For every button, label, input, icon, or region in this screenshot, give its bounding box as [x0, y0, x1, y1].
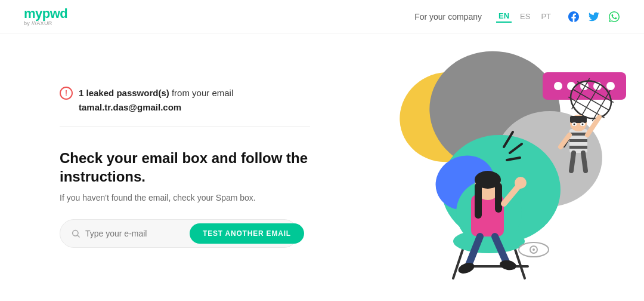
right-panel	[346, 33, 644, 301]
facebook-icon[interactable]	[568, 11, 580, 23]
check-title: Check your email box and follow theinstr…	[60, 149, 310, 186]
lang-en[interactable]: EN	[496, 10, 512, 23]
svg-point-50	[499, 259, 517, 272]
logo-brand: mypwd	[24, 7, 67, 20]
for-company-link[interactable]: For your company	[414, 12, 482, 22]
svg-rect-26	[570, 116, 587, 123]
result-email: tamal.tr.das@gmail.com	[60, 102, 310, 112]
lang-es[interactable]: ES	[518, 11, 532, 22]
svg-line-34	[583, 153, 586, 171]
result-row: ! 1 leaked password(s) from your email	[60, 87, 310, 100]
search-icon	[71, 229, 80, 238]
check-email-section: Check your email box and follow theinstr…	[60, 149, 310, 248]
header: mypwd by ///AXUR For your company EN ES …	[0, 0, 644, 33]
svg-point-8	[554, 82, 562, 90]
svg-line-1	[78, 235, 79, 237]
svg-rect-22	[569, 133, 587, 136]
svg-rect-44	[495, 183, 502, 213]
lang-pt[interactable]: PT	[538, 11, 553, 22]
illustration-svg	[382, 39, 632, 290]
svg-point-46	[515, 177, 527, 189]
email-input[interactable]	[85, 229, 190, 238]
svg-rect-23	[569, 139, 587, 142]
svg-point-12	[606, 82, 615, 90]
leak-count: 1 leaked password(s)	[79, 88, 169, 98]
svg-point-56	[532, 248, 535, 251]
svg-line-33	[571, 153, 574, 171]
social-icons	[568, 11, 620, 23]
warning-icon: !	[60, 87, 73, 100]
warning-symbol: !	[65, 89, 67, 97]
left-panel: ! 1 leaked password(s) from your email t…	[0, 33, 346, 301]
result-text: 1 leaked password(s) from your email	[79, 88, 233, 98]
email-search-row: TEST ANOTHER EMAIL	[60, 219, 298, 248]
test-another-email-button[interactable]: TEST ANOTHER EMAIL	[190, 223, 304, 244]
result-section: ! 1 leaked password(s) from your email t…	[60, 87, 310, 127]
svg-rect-43	[475, 183, 482, 219]
svg-rect-24	[569, 146, 587, 149]
leak-suffix: from your email	[169, 88, 234, 98]
lang-switcher: EN ES PT	[496, 10, 553, 23]
check-subtitle: If you haven't found the email, check yo…	[60, 193, 310, 202]
logo: mypwd by ///AXUR	[24, 7, 67, 26]
twitter-icon[interactable]	[588, 11, 600, 23]
whatsapp-icon[interactable]	[608, 11, 620, 23]
svg-point-29	[574, 124, 575, 125]
svg-point-9	[567, 82, 575, 90]
svg-point-30	[582, 124, 584, 125]
header-right: For your company EN ES PT	[414, 10, 620, 23]
illustration	[382, 39, 632, 290]
logo-sub: by ///AXUR	[24, 21, 67, 26]
main-content: ! 1 leaked password(s) from your email t…	[0, 33, 644, 301]
